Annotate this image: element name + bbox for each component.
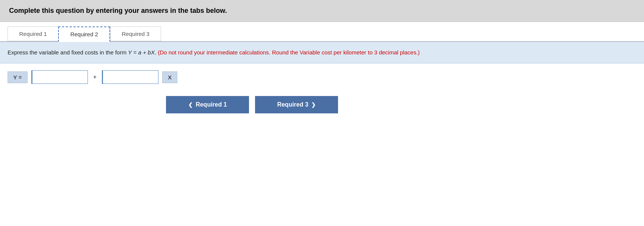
- tab-1-label: Required 1: [19, 31, 47, 37]
- header-bar: Complete this question by entering your …: [0, 0, 644, 22]
- nav-buttons-container: Required 1 Required 3: [0, 91, 644, 113]
- next-button[interactable]: Required 3: [255, 96, 338, 113]
- input-b[interactable]: [102, 70, 158, 84]
- input-a[interactable]: [31, 70, 88, 84]
- question-text: Express the variable and fixed costs in …: [8, 48, 636, 57]
- question-note: (Do not round your intermediate calculat…: [158, 49, 420, 56]
- tab-2-label: Required 2: [70, 31, 98, 37]
- chevron-left-icon: [188, 101, 193, 108]
- prev-button[interactable]: Required 1: [166, 96, 249, 113]
- tab-required-1[interactable]: Required 1: [8, 26, 58, 41]
- x-label: X: [162, 71, 177, 83]
- tab-required-2[interactable]: Required 2: [58, 26, 110, 42]
- tab-required-3[interactable]: Required 3: [110, 26, 161, 41]
- prev-button-label: Required 1: [196, 101, 227, 108]
- next-button-label: Required 3: [277, 101, 309, 108]
- question-formula: Y = a + bX: [128, 49, 155, 56]
- answer-row: Y = + X: [0, 63, 644, 91]
- tabs-container: Required 1 Required 2 Required 3: [0, 22, 644, 42]
- y-label: Y =: [8, 71, 28, 83]
- question-text-after: .: [155, 49, 156, 56]
- question-text-before: Express the variable and fixed costs in …: [8, 49, 128, 56]
- plus-sign: +: [92, 74, 98, 80]
- chevron-right-icon: [311, 101, 316, 108]
- question-area: Express the variable and fixed costs in …: [0, 42, 644, 63]
- instruction-text: Complete this question by entering your …: [9, 7, 227, 14]
- tab-3-label: Required 3: [122, 31, 149, 37]
